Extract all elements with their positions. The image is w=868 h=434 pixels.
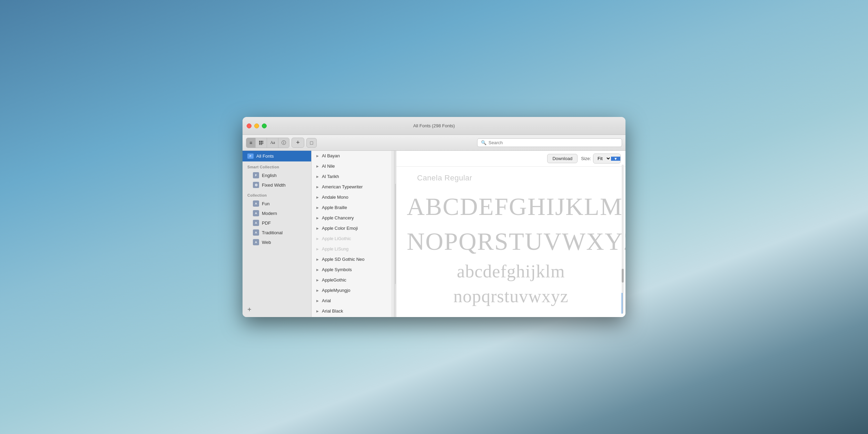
expand-arrow: ▶	[316, 237, 320, 240]
scrollbar-track	[622, 165, 624, 314]
font-item-arial-black[interactable]: ▶ Arial Black	[312, 306, 394, 316]
expand-arrow: ▶	[316, 268, 320, 272]
preview-toolbar: Download Size: Fit 12 24 36 48 72 96	[396, 151, 625, 167]
expand-arrow: ▶	[316, 196, 320, 199]
preview-lowercase1: abcdefghijklm	[407, 259, 615, 284]
search-bar: 🔍	[477, 138, 622, 147]
expand-arrow: ▶	[316, 206, 320, 209]
font-item-arial-hebrew[interactable]: ▶ Arial Hebrew	[312, 316, 394, 317]
svg-rect-1	[261, 141, 262, 142]
svg-rect-3	[259, 142, 260, 144]
english-label: English	[262, 173, 277, 178]
web-label: Web	[262, 240, 271, 245]
font-item-apple-sd-gothic[interactable]: ▶ Apple SD Gothic Neo	[312, 254, 394, 265]
font-item-applegothic[interactable]: ▶ AppleGothic	[312, 275, 394, 285]
modern-icon: A	[253, 210, 259, 216]
view-grid-button[interactable]	[256, 138, 267, 148]
download-button[interactable]: Download	[547, 154, 578, 163]
preview-content: Canela Regular ABCDEFGHIJKLM NOPQRSTUVWX…	[396, 167, 625, 317]
traditional-label: Traditional	[262, 230, 283, 235]
sidebar-item-english[interactable]: F English	[243, 170, 311, 180]
expand-arrow: ▶	[316, 299, 320, 303]
expand-arrow: ▶	[316, 247, 320, 251]
fixed-width-icon: ⚙	[253, 182, 259, 188]
font-item-american-typewriter[interactable]: ▶ American Typewriter	[312, 182, 394, 192]
expand-arrow: ▶	[316, 165, 320, 168]
font-item-andale-mono[interactable]: ▶ Andale Mono	[312, 192, 394, 203]
preview-scrollbar[interactable]	[621, 165, 624, 314]
font-item-apple-braille[interactable]: ▶ Apple Braille	[312, 203, 394, 213]
main-content: F All Fonts Smart Collection F English ⚙…	[243, 151, 625, 317]
preview-uppercase1: ABCDEFGHIJKLM	[407, 189, 615, 224]
font-item-al-bayan[interactable]: ▶ Al Bayan	[312, 151, 394, 161]
sidebar-item-fixed-width[interactable]: ⚙ Fixed Width	[243, 180, 311, 190]
preview-square-button[interactable]: □	[306, 138, 317, 148]
preview-lowercase2: nopqrstuvwxyz	[407, 284, 615, 309]
view-preview-button[interactable]: Aa	[267, 138, 278, 148]
sidebar-item-web[interactable]: A Web	[243, 237, 311, 247]
all-fonts-label: All Fonts	[256, 154, 274, 159]
scrollbar-position-indicator	[622, 293, 622, 314]
expand-arrow: ▶	[316, 258, 320, 261]
size-control: Size: Fit 12 24 36 48 72 96 ▼	[581, 154, 621, 164]
font-item-al-nile[interactable]: ▶ Al Nile	[312, 161, 394, 171]
add-collection-button[interactable]: +	[243, 302, 311, 317]
pdf-label: PDF	[262, 220, 271, 226]
font-item-apple-color-emoji[interactable]: ▶ Apple Color Emoji	[312, 223, 394, 234]
english-icon: F	[253, 172, 259, 178]
expand-arrow: ▶	[316, 278, 320, 282]
all-fonts-icon: F	[247, 154, 254, 159]
font-preview-name: Canela Regular	[417, 174, 472, 183]
font-list: ▶ Al Bayan ▶ Al Nile ▶ Al Tarikh ▶ Ameri…	[312, 151, 394, 317]
preview-numbers: 1234567890	[407, 309, 615, 317]
size-select[interactable]: Fit 12 24 36 48 72 96	[593, 154, 611, 163]
preview-area: Download Size: Fit 12 24 36 48 72 96	[396, 151, 625, 317]
font-list-scrollbar[interactable]	[391, 151, 394, 317]
size-select-wrapper: Fit 12 24 36 48 72 96 ▼	[593, 154, 621, 164]
expand-arrow: ▶	[316, 289, 320, 292]
search-input[interactable]	[489, 140, 618, 145]
smart-collection-header: Smart Collection	[243, 161, 311, 170]
sidebar-item-modern[interactable]: A Modern	[243, 208, 311, 218]
app-window: All Fonts (298 Fonts) ≡ Aa ⓘ + □	[243, 117, 625, 317]
svg-rect-0	[259, 141, 260, 142]
close-button[interactable]	[247, 124, 251, 128]
expand-arrow: ▶	[316, 185, 320, 189]
fixed-width-label: Fixed Width	[262, 183, 286, 188]
sidebar-item-pdf[interactable]: A PDF	[243, 218, 311, 228]
traditional-icon: A	[253, 229, 259, 236]
font-item-arial[interactable]: ▶ Arial	[312, 296, 394, 306]
font-item-apple-lisung[interactable]: ▶ Apple LiSung	[312, 244, 394, 254]
traffic-lights	[247, 124, 267, 128]
svg-rect-4	[261, 142, 262, 144]
view-list-button[interactable]: ≡	[246, 138, 256, 148]
minimize-button[interactable]	[254, 124, 259, 128]
maximize-button[interactable]	[262, 124, 267, 128]
collection-header: Collection	[243, 190, 311, 199]
svg-rect-5	[263, 142, 263, 144]
size-chevron-icon: ▼	[611, 157, 620, 161]
font-item-applemyungjo[interactable]: ▶ AppleMyungjo	[312, 285, 394, 296]
titlebar: All Fonts (298 Fonts)	[243, 117, 625, 135]
svg-rect-6	[259, 144, 260, 145]
preview-uppercase2: NOPQRSTUVWXYZ	[407, 224, 615, 259]
view-toggle-group: ≡ Aa ⓘ	[246, 138, 289, 148]
font-item-apple-chancery[interactable]: ▶ Apple Chancery	[312, 213, 394, 223]
sidebar-item-all-fonts[interactable]: F All Fonts	[243, 151, 311, 161]
web-icon: A	[253, 239, 259, 245]
font-item-apple-ligothic[interactable]: ▶ Apple LiGothic	[312, 234, 394, 244]
font-item-al-tarikh[interactable]: ▶ Al Tarikh	[312, 171, 394, 182]
expand-arrow: ▶	[316, 227, 320, 230]
toolbar: ≡ Aa ⓘ + □ 🔍	[243, 135, 625, 151]
svg-rect-2	[263, 141, 263, 142]
view-info-button[interactable]: ⓘ	[278, 138, 289, 148]
font-item-apple-symbols[interactable]: ▶ Apple Symbols	[312, 265, 394, 275]
svg-rect-7	[261, 144, 262, 145]
expand-arrow: ▶	[316, 175, 320, 178]
search-icon: 🔍	[481, 140, 486, 145]
window-title: All Fonts (298 Fonts)	[413, 123, 455, 128]
modern-label: Modern	[262, 211, 277, 216]
sidebar-item-fun[interactable]: A Fun	[243, 199, 311, 208]
add-font-button[interactable]: +	[292, 138, 304, 148]
sidebar-item-traditional[interactable]: A Traditional	[243, 228, 311, 237]
